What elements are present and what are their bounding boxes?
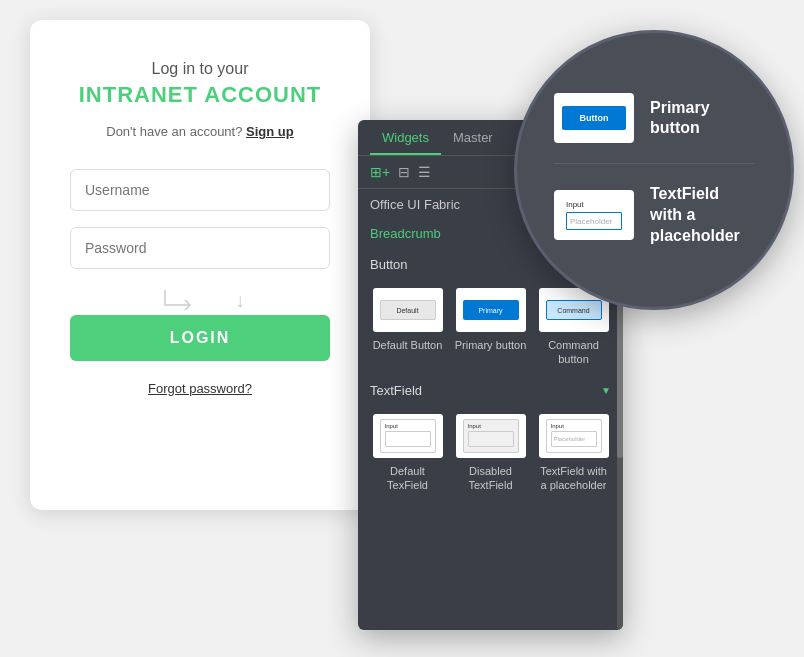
primary-button-label: Primary button: [455, 338, 527, 352]
down-arrow-icon: ↓: [235, 289, 245, 312]
primary-button-preview: Primary: [456, 288, 526, 332]
signup-link[interactable]: Sign up: [246, 124, 294, 139]
button-widgets-grid: Default Default Button Primary Primary b…: [358, 280, 623, 375]
login-brand: INTRANET ACCOUNT: [79, 82, 322, 108]
arrow-area: ↓: [70, 285, 330, 315]
signup-text: Don't have an account?: [106, 124, 242, 139]
circle-primary-button-preview: Button: [554, 93, 634, 143]
primary-btn-text: Primary: [478, 307, 502, 314]
default-button-preview: Default: [373, 288, 443, 332]
tab-widgets[interactable]: Widgets: [370, 120, 441, 155]
circle-textfield-preview: Input Placeholder: [554, 190, 634, 240]
circle-tf-input-area: Placeholder: [566, 212, 622, 230]
default-btn-shape: Default: [380, 300, 436, 320]
circle-btn-text: Button: [580, 113, 609, 123]
circle-popup: Button Primary button Input Placeholder …: [514, 30, 794, 310]
disabled-tf-input-area: [468, 431, 514, 447]
circle-tf-placeholder-text: Placeholder: [570, 217, 612, 226]
widget-primary-button[interactable]: Primary Primary button: [453, 288, 528, 367]
disabled-textfield-label: Disabled TextField: [453, 464, 528, 493]
default-button-label: Default Button: [373, 338, 443, 352]
command-button-label: Command button: [536, 338, 611, 367]
widget-command-button[interactable]: Command Command button: [536, 288, 611, 367]
default-tf-input-area: [385, 431, 431, 447]
widget-default-button[interactable]: Default Default Button: [370, 288, 445, 367]
placeholder-tf-label-text: Input: [551, 423, 597, 429]
circle-textfield-label: TextField with a placeholder: [650, 184, 754, 246]
command-btn-shape: Command: [546, 300, 602, 320]
widget-placeholder-textfield[interactable]: Input Placeholder TextField with a place…: [536, 414, 611, 493]
username-input[interactable]: [70, 169, 330, 211]
primary-btn-shape: Primary: [463, 300, 519, 320]
chevron-down-icon: ▼: [601, 385, 611, 396]
disabled-tf-label-text: Input: [468, 423, 514, 429]
default-tf-label-text: Input: [385, 423, 431, 429]
circle-divider: [554, 163, 754, 164]
textfield-section-header[interactable]: TextField ▼: [358, 375, 623, 406]
grid-add-icon[interactable]: ⊞+: [370, 164, 390, 180]
default-btn-text: Default: [396, 307, 418, 314]
list-icon[interactable]: ☰: [418, 164, 431, 180]
placeholder-tf-text: Placeholder: [554, 436, 586, 442]
default-tf-shape: Input: [380, 419, 436, 453]
grid-icon[interactable]: ⊟: [398, 164, 410, 180]
widget-disabled-textfield[interactable]: Input Disabled TextField: [453, 414, 528, 493]
login-card: Log in to your INTRANET ACCOUNT Don't ha…: [30, 20, 370, 510]
default-textfield-label: Default TexField: [370, 464, 445, 493]
placeholder-tf-preview: Input Placeholder: [539, 414, 609, 458]
disabled-tf-shape: Input: [463, 419, 519, 453]
placeholder-textfield-label: TextField with a placeholder: [536, 464, 611, 493]
circle-primary-button-item: Button Primary button: [554, 93, 754, 143]
login-signup: Don't have an account? Sign up: [106, 124, 294, 139]
circle-primary-button-label: Primary button: [650, 98, 754, 140]
password-input[interactable]: [70, 227, 330, 269]
command-btn-text: Command: [557, 307, 589, 314]
flow-arrow-icon: [155, 285, 235, 315]
login-title: Log in to your: [152, 60, 249, 78]
circle-textfield-item: Input Placeholder TextField with a place…: [554, 184, 754, 246]
default-tf-preview: Input: [373, 414, 443, 458]
placeholder-tf-shape: Input Placeholder: [546, 419, 602, 453]
textfield-widgets-grid: Input Default TexField Input Disabled Te…: [358, 406, 623, 501]
circle-tf-shape: Input Placeholder: [562, 196, 626, 234]
placeholder-tf-input-area: Placeholder: [551, 431, 597, 447]
tab-master[interactable]: Master: [441, 120, 505, 155]
forgot-password-link[interactable]: Forgot password?: [148, 381, 252, 396]
disabled-tf-preview: Input: [456, 414, 526, 458]
widget-default-textfield[interactable]: Input Default TexField: [370, 414, 445, 493]
login-button[interactable]: LOGIN: [70, 315, 330, 361]
circle-tf-label-text: Input: [566, 200, 622, 209]
circle-primary-btn-shape: Button: [562, 106, 626, 130]
scrollbar-thumb[interactable]: [617, 286, 623, 458]
